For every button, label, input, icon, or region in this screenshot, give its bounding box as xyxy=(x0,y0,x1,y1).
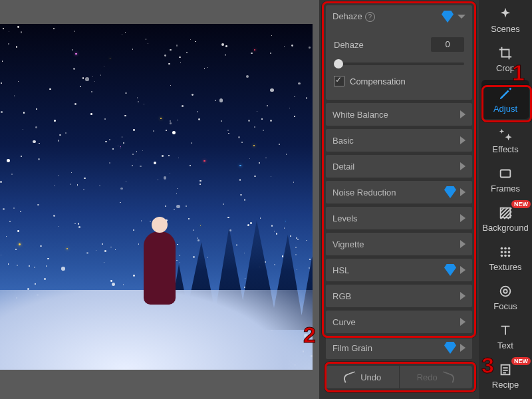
tool-scenes[interactable]: Scenes xyxy=(479,0,532,39)
undo-button[interactable]: Undo xyxy=(326,366,400,388)
chevron-left-icon[interactable] xyxy=(460,110,466,118)
tool-frames[interactable]: Frames xyxy=(479,160,532,199)
undo-icon xyxy=(342,371,358,383)
panel-dehaze[interactable]: Dehaze? Dehaze 0 Compensation xyxy=(326,5,472,100)
new-badge: NEW xyxy=(511,357,531,365)
tool-label: Background xyxy=(479,223,532,233)
chevron-left-icon[interactable] xyxy=(460,136,466,144)
chevron-left-icon[interactable] xyxy=(460,162,466,170)
chevron-left-icon[interactable] xyxy=(460,240,466,248)
chevron-left-icon[interactable] xyxy=(460,318,466,326)
text-icon xyxy=(498,323,513,338)
dehaze-slider[interactable] xyxy=(334,63,464,65)
panel-curve[interactable]: Curve xyxy=(326,311,472,333)
redo-icon xyxy=(440,371,456,383)
svg-point-4 xyxy=(508,247,511,250)
panel-levels[interactable]: Levels xyxy=(326,207,472,229)
sparkles-icon xyxy=(498,127,513,142)
adjust-panel: Dehaze? Dehaze 0 Compensation White xyxy=(319,0,479,399)
svg-point-10 xyxy=(508,255,511,257)
pencil-icon xyxy=(498,86,513,101)
panel-item-label: HSL xyxy=(332,265,444,275)
chevron-left-icon[interactable] xyxy=(460,292,466,300)
svg-point-2 xyxy=(501,247,503,250)
tool-label: Adjust xyxy=(481,104,529,114)
panel-white-balance[interactable]: White Balance xyxy=(326,103,472,126)
panel-item-label: Detail xyxy=(332,162,460,172)
panel-item-label: Noise Reduction xyxy=(332,188,444,198)
crop-icon xyxy=(498,46,513,61)
redo-button[interactable]: Redo xyxy=(400,366,473,388)
chevron-left-icon[interactable] xyxy=(460,214,466,222)
panel-item-label: Basic xyxy=(332,136,460,146)
svg-point-5 xyxy=(501,251,503,253)
chevron-left-icon[interactable] xyxy=(460,344,466,352)
tool-recipe[interactable]: NEWRecipe xyxy=(479,356,532,395)
svg-point-12 xyxy=(503,289,507,293)
panel-noise-reduction[interactable]: Noise Reduction xyxy=(326,181,472,203)
help-icon[interactable]: ? xyxy=(365,12,375,22)
panel-rgb[interactable]: RGB xyxy=(326,285,472,307)
diamond-icon xyxy=(442,11,454,23)
adjust-panel-list: Dehaze? Dehaze 0 Compensation White xyxy=(323,3,475,352)
sparkle-icon xyxy=(498,7,513,21)
diamond-icon xyxy=(444,186,456,198)
hatch-icon xyxy=(498,205,513,220)
tool-adjust[interactable]: Adjust xyxy=(481,80,529,119)
dots-icon xyxy=(498,245,513,259)
tool-label: Textures xyxy=(479,262,532,272)
svg-point-11 xyxy=(501,287,511,297)
list-icon xyxy=(498,362,513,377)
diamond-icon xyxy=(444,342,456,354)
undo-redo-bar: Undo Redo xyxy=(326,366,472,388)
dehaze-slider-thumb[interactable] xyxy=(334,59,343,68)
tool-background[interactable]: NEWBackground xyxy=(479,199,532,238)
svg-point-7 xyxy=(508,251,511,253)
image-canvas[interactable] xyxy=(0,24,313,370)
tool-textures[interactable]: Textures xyxy=(479,238,532,277)
panel-item-label: Curve xyxy=(332,317,460,327)
chevron-left-icon[interactable] xyxy=(460,266,466,274)
tool-effects[interactable]: Effects xyxy=(479,120,532,160)
tool-text[interactable]: Text xyxy=(479,317,532,356)
tool-label: Effects xyxy=(479,144,532,154)
tool-label: Crop xyxy=(479,63,532,73)
rect-icon xyxy=(498,166,513,181)
tool-label: Text xyxy=(479,340,532,350)
svg-point-8 xyxy=(501,255,503,257)
panel-vignette[interactable]: Vignette xyxy=(326,233,472,255)
panel-hsl[interactable]: HSL xyxy=(326,259,472,281)
panel-item-label: Levels xyxy=(332,213,460,223)
svg-point-3 xyxy=(504,247,507,250)
dehaze-value[interactable]: 0 xyxy=(431,37,464,52)
panel-basic[interactable]: Basic xyxy=(326,129,472,152)
panel-dehaze-label: Dehaze? xyxy=(332,11,442,22)
new-badge: NEW xyxy=(511,200,531,208)
tool-label: Scenes xyxy=(479,24,532,34)
tool-focus[interactable]: Focus xyxy=(479,277,532,317)
compensation-label: Compensation xyxy=(350,76,406,86)
panel-detail[interactable]: Detail xyxy=(326,155,472,178)
panel-item-label: RGB xyxy=(332,291,460,301)
svg-rect-0 xyxy=(501,170,511,178)
tool-crop[interactable]: Crop xyxy=(479,39,532,78)
tool-strip: ScenesCropAdjustEffectsFramesNEWBackgrou… xyxy=(479,0,532,399)
svg-point-6 xyxy=(504,251,507,253)
tool-label: Recipe xyxy=(479,380,532,390)
chevron-left-icon[interactable] xyxy=(460,188,466,196)
panel-item-label: White Balance xyxy=(332,110,460,120)
tool-label: Frames xyxy=(479,184,532,194)
panel-item-label: Film Grain xyxy=(332,343,444,353)
panel-film-grain[interactable]: Film Grain xyxy=(326,336,472,359)
dehaze-param-label: Dehaze xyxy=(334,40,431,50)
panel-item-label: Vignette xyxy=(332,239,460,249)
tool-label: Focus xyxy=(479,301,532,311)
artwork-figure xyxy=(140,217,180,323)
compensation-checkbox[interactable] xyxy=(334,76,344,86)
target-icon xyxy=(498,284,513,299)
chevron-down-icon[interactable] xyxy=(458,15,466,19)
panel-dehaze-body: Dehaze 0 Compensation xyxy=(326,28,472,100)
svg-point-9 xyxy=(504,255,507,257)
diamond-icon xyxy=(444,264,456,276)
